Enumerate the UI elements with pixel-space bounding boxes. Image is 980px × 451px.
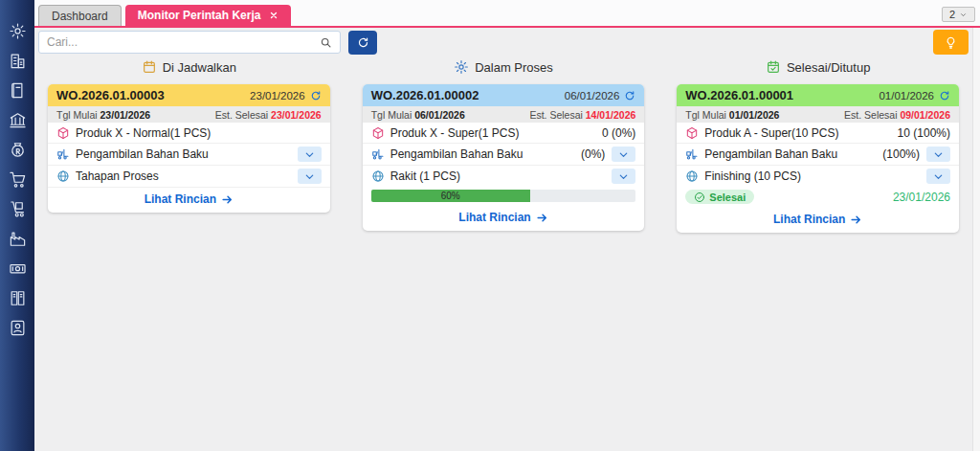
product-icon [371, 126, 385, 140]
link-label: Lihat Rincian [773, 213, 845, 226]
row-label: Produk A - Super(10 PCS) [704, 126, 838, 140]
kanban-board: Di Jadwalkan WO.2026.01.00003 23/01/2026… [38, 59, 969, 233]
status-badge: Selesai [685, 190, 754, 204]
column-title: Di Jadwalkan [163, 60, 236, 75]
column-header: Dalam Proses [353, 59, 655, 75]
est-selesai-label: Est. Selesai [844, 109, 897, 121]
row-expand-button[interactable] [298, 169, 322, 184]
column-di-jadwalkan: Di Jadwalkan WO.2026.01.00003 23/01/2026… [38, 59, 340, 233]
process-icon [56, 169, 70, 183]
scrollbar[interactable] [972, 28, 980, 451]
row-value: (100%) [882, 147, 920, 161]
wo-number: WO.2026.01.00001 [685, 88, 793, 102]
row-label: Rakit (1 PCS) [390, 169, 460, 183]
product-row: Produk X - Super(1 PCS) 0 (0%) [363, 123, 645, 144]
chevron-down-icon [304, 171, 315, 182]
row-expand-button[interactable] [612, 169, 635, 184]
link-label: Lihat Rincian [145, 192, 216, 206]
chevron-down-icon [933, 171, 944, 182]
link-label: Lihat Rincian [458, 211, 530, 224]
lihat-rincian-link[interactable]: Lihat Rincian [677, 208, 959, 233]
row-value: (0%) [581, 147, 605, 161]
refresh-button[interactable] [348, 31, 377, 55]
material-row: Pengambilan Bahan Baku (0%) [363, 144, 645, 166]
material-icon [685, 147, 699, 161]
row-value: 0 (0%) [602, 126, 635, 140]
arrow-right-icon [536, 212, 548, 224]
progress-bar: 60% [371, 190, 636, 202]
card-date: 01/01/2026 [879, 90, 934, 101]
card-dates-row: Tgl Mulai 23/01/2026 Est. Selesai 23/01/… [48, 106, 330, 123]
chevron-down-icon [959, 11, 968, 19]
tab-bar: Dashboard Monitor Perintah Kerja 2 [34, 0, 980, 28]
tgl-mulai-value: 01/01/2026 [729, 109, 780, 121]
close-icon[interactable] [269, 11, 278, 20]
search-box [38, 31, 341, 54]
card-date: 06/01/2026 [565, 90, 620, 101]
currency-icon[interactable] [9, 141, 27, 159]
lihat-rincian-link[interactable]: Lihat Rincian [48, 188, 330, 213]
search-input[interactable] [39, 35, 320, 49]
purchases-cart-icon[interactable] [9, 170, 27, 189]
journal-icon[interactable] [9, 81, 27, 100]
row-label: Finishing (10 PCS) [704, 169, 801, 183]
delivery-icon[interactable] [9, 200, 27, 218]
tgl-mulai-label: Tgl Mulai [371, 109, 412, 121]
chevron-down-icon [304, 149, 315, 160]
row-value: 10 (100%) [898, 126, 950, 140]
column-selesai-ditutup: Selesai/Ditutup WO.2026.01.00001 01/01/2… [667, 59, 969, 233]
row-label: Produk X - Normal(1 PCS) [76, 126, 211, 140]
card-dates-row: Tgl Mulai 06/01/2026 Est. Selesai 14/01/… [363, 106, 645, 123]
row-label: Tahapan Proses [76, 169, 159, 183]
refresh-icon[interactable] [624, 90, 635, 101]
refresh-icon[interactable] [310, 90, 322, 101]
tgl-mulai-label: Tgl Mulai [685, 109, 726, 121]
card-header: WO.2026.01.00001 01/01/2026 [677, 84, 959, 106]
product-row: Produk X - Normal(1 PCS) [48, 123, 330, 144]
refresh-icon[interactable] [939, 90, 950, 101]
card-dates-row: Tgl Mulai 01/01/2026 Est. Selesai 09/01/… [677, 106, 959, 123]
window-count: 2 [949, 9, 955, 20]
wo-card: WO.2026.01.00002 06/01/2026 Tgl Mulai 06… [363, 84, 645, 231]
row-expand-button[interactable] [926, 147, 950, 162]
window-count-dropdown[interactable]: 2 [942, 7, 975, 22]
process-row: Rakit (1 PCS) [363, 166, 645, 187]
column-title: Selesai/Ditutup [787, 60, 870, 75]
ledger-icon[interactable] [9, 289, 27, 307]
settings-icon[interactable] [9, 22, 27, 40]
toolbar [38, 30, 969, 55]
est-selesai-label: Est. Selesai [215, 109, 268, 121]
row-label: Pengambilan Bahan Baku [76, 147, 209, 161]
row-expand-button[interactable] [298, 147, 322, 162]
row-label: Produk X - Super(1 PCS) [390, 126, 520, 140]
column-header: Selesai/Ditutup [667, 59, 969, 75]
row-label: Pengambilan Bahan Baku [704, 147, 837, 161]
card-header: WO.2026.01.00002 06/01/2026 [363, 84, 645, 106]
arrow-right-icon [221, 193, 234, 206]
row-expand-button[interactable] [612, 147, 635, 162]
wo-number: WO.2026.01.00003 [56, 88, 165, 102]
material-icon [56, 147, 70, 161]
wo-card: WO.2026.01.00001 01/01/2026 Tgl Mulai 01… [677, 84, 959, 233]
row-expand-button[interactable] [926, 169, 950, 184]
arrow-right-icon [850, 214, 862, 226]
tab-monitor-perintah-kerja[interactable]: Monitor Perintah Kerja [125, 5, 292, 26]
lightbulb-icon [944, 35, 958, 50]
tab-dashboard[interactable]: Dashboard [38, 5, 122, 26]
bank-icon[interactable] [9, 111, 27, 129]
status-badge-label: Selesai [709, 192, 746, 203]
hint-button[interactable] [933, 30, 969, 55]
production-icon[interactable] [9, 230, 27, 248]
lihat-rincian-link[interactable]: Lihat Rincian [363, 206, 645, 231]
company-icon[interactable] [9, 52, 27, 70]
chevron-down-icon [618, 149, 629, 160]
wo-number: WO.2026.01.00002 [371, 88, 479, 102]
search-icon[interactable] [320, 36, 332, 49]
est-selesai-value: 14/01/2026 [586, 109, 636, 121]
check-circle-icon [694, 192, 705, 203]
card-header: WO.2026.01.00003 23/01/2026 [48, 84, 330, 106]
status-row: Selesai 23/01/2026 [677, 187, 959, 208]
tgl-mulai-value: 23/01/2026 [100, 109, 151, 121]
cash-icon[interactable] [9, 259, 27, 278]
contacts-icon[interactable] [9, 319, 27, 337]
